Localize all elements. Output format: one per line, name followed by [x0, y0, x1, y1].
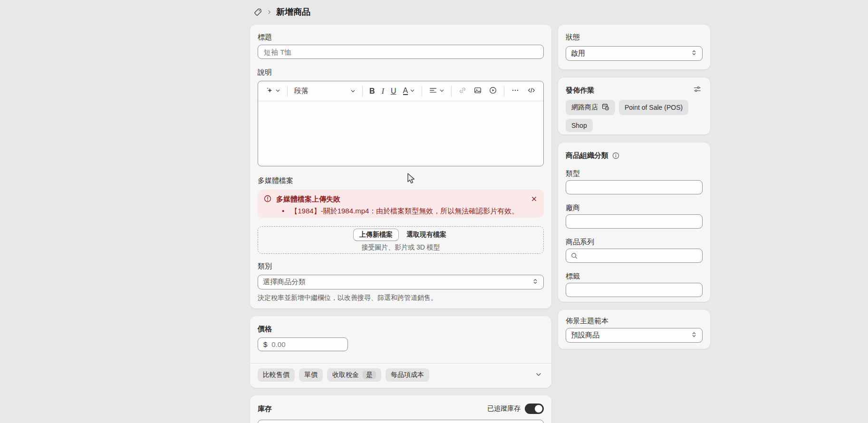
more-icon [511, 86, 520, 96]
media-upload-error-banner: 多媒體檔案上傳失敗 【1984】-關於1984.mp4：由於檔案類型無效，所以無… [258, 190, 544, 218]
title-label: 標題 [258, 33, 544, 41]
category-select[interactable]: 選擇商品分類 [258, 275, 544, 289]
description-editor: 段落 B I U A [258, 81, 544, 166]
bold-button[interactable]: B [366, 85, 378, 97]
theme-template-select[interactable]: 預設商品 [566, 328, 703, 343]
collections-input[interactable] [566, 249, 703, 263]
channel-shop-chip[interactable]: Shop [566, 119, 593, 132]
calendar-clock-icon [601, 103, 609, 112]
show-html-button[interactable] [524, 84, 539, 98]
price-input[interactable] [270, 340, 342, 349]
link-icon [458, 86, 467, 96]
status-select[interactable]: 啟用 [566, 46, 703, 61]
currency-prefix: $ [263, 340, 267, 348]
manage-channels-button[interactable] [692, 84, 703, 96]
product-details-card: 標題 說明 段落 B I U [250, 25, 551, 308]
tags-label: 標籤 [566, 272, 703, 280]
charge-tax-value: 是 [363, 371, 376, 379]
chevron-down-icon [275, 87, 280, 95]
organization-card: 商品組織分類 類型 廠商 商品系列 標籤 [558, 143, 710, 302]
pricing-title: 價格 [258, 324, 544, 334]
toggle-knob [535, 405, 542, 413]
page-title: 新增商品 [276, 6, 310, 18]
underline-button[interactable]: U [388, 85, 399, 97]
editor-toolbar: 段落 B I U A [258, 81, 543, 101]
chevron-down-icon [410, 87, 415, 95]
adjustments-icon [693, 85, 702, 95]
price-field[interactable]: $ [258, 337, 348, 351]
category-label: 類別 [258, 262, 544, 270]
inventory-card: 庫存 已追蹤庫存 [250, 395, 551, 423]
type-input[interactable] [566, 180, 703, 194]
description-textarea[interactable] [258, 101, 543, 166]
theme-template-label: 佈景主題範本 [566, 317, 703, 325]
theme-template-card: 佈景主題範本 預設商品 [558, 310, 710, 349]
publishing-card: 發佈作業 網路商店 Point of Sale (POS) Shop [558, 77, 710, 135]
chevron-down-icon [350, 87, 356, 95]
info-icon[interactable] [612, 152, 620, 160]
media-label: 多媒體檔案 [258, 176, 544, 185]
pricing-card: 價格 $ 比較售價 單價 收取稅金是 每品項成本 [250, 316, 551, 388]
toolbar-divider [422, 86, 422, 96]
tags-input[interactable] [566, 283, 703, 297]
chevron-down-icon [439, 87, 444, 95]
title-input[interactable] [258, 45, 544, 59]
upload-new-files-button[interactable]: 上傳新檔案 [353, 229, 399, 241]
insert-image-button[interactable] [471, 84, 485, 98]
publishing-title: 發佈作業 [566, 86, 594, 95]
inventory-quantity-input[interactable] [258, 420, 544, 423]
text-color-button[interactable]: A [400, 85, 418, 97]
breadcrumb-chevron-icon [267, 10, 272, 15]
vendor-label: 廠商 [566, 203, 703, 212]
cost-per-item-chip[interactable]: 每品項成本 [386, 368, 429, 382]
align-dropdown[interactable] [426, 84, 447, 98]
code-icon [527, 86, 536, 96]
inventory-title: 庫存 [258, 404, 272, 413]
select-existing-files-button[interactable]: 選取現有檔案 [405, 230, 448, 240]
pricing-expand-button[interactable] [533, 369, 544, 381]
category-select-value: 選擇商品分類 [263, 278, 306, 287]
category-help-text: 決定稅率並新增中繼欄位，以改善搜尋、篩選和跨管道銷售。 [258, 294, 544, 302]
type-label: 類型 [566, 169, 703, 178]
select-caret-icon [532, 278, 539, 286]
description-label: 說明 [258, 68, 544, 77]
toolbar-divider [504, 86, 504, 96]
organization-title: 商品組織分類 [566, 151, 608, 160]
link-button[interactable] [455, 84, 470, 98]
select-caret-icon [691, 49, 697, 58]
compare-at-price-chip[interactable]: 比較售價 [258, 368, 295, 382]
breadcrumb: 新增商品 [253, 6, 310, 18]
toolbar-divider [287, 86, 288, 96]
unit-price-chip[interactable]: 單價 [299, 368, 323, 382]
divider [250, 363, 551, 364]
channel-pos-chip[interactable]: Point of Sale (POS) [619, 100, 688, 115]
media-dropzone[interactable]: 上傳新檔案 選取現有檔案 接受圖片、影片或 3D 模型 [258, 226, 544, 254]
align-left-icon [429, 86, 437, 96]
paragraph-style-dropdown[interactable]: 段落 [291, 84, 358, 98]
error-title: 多媒體檔案上傳失敗 [276, 195, 340, 204]
error-detail: 【1984】-關於1984.mp4：由於檔案類型無效，所以無法確認影片有效。 [263, 207, 538, 216]
dismiss-error-button[interactable] [530, 195, 538, 204]
channel-online-store-chip[interactable]: 網路商店 [566, 100, 615, 115]
chevron-down-icon [535, 371, 542, 379]
alert-icon [263, 194, 272, 204]
close-icon [531, 196, 537, 203]
tag-icon[interactable] [253, 8, 262, 17]
charge-tax-chip[interactable]: 收取稅金是 [327, 368, 381, 382]
vendor-input[interactable] [566, 214, 703, 229]
track-inventory-label: 已追蹤庫存 [487, 404, 521, 413]
ai-assistant-button[interactable] [263, 84, 283, 98]
select-caret-icon [691, 331, 697, 339]
media-accept-hint: 接受圖片、影片或 3D 模型 [361, 243, 440, 252]
status-label: 狀態 [566, 33, 703, 41]
insert-video-button[interactable] [486, 84, 500, 98]
status-select-value: 啟用 [571, 49, 585, 58]
search-icon [570, 252, 578, 261]
inventory-tracked-toggle[interactable] [525, 404, 544, 414]
video-icon [489, 86, 497, 96]
collections-label: 商品系列 [566, 238, 703, 246]
more-options-button[interactable] [508, 84, 522, 98]
toolbar-divider [362, 86, 363, 96]
status-card: 狀態 啟用 [558, 25, 710, 69]
italic-button[interactable]: I [379, 85, 387, 97]
